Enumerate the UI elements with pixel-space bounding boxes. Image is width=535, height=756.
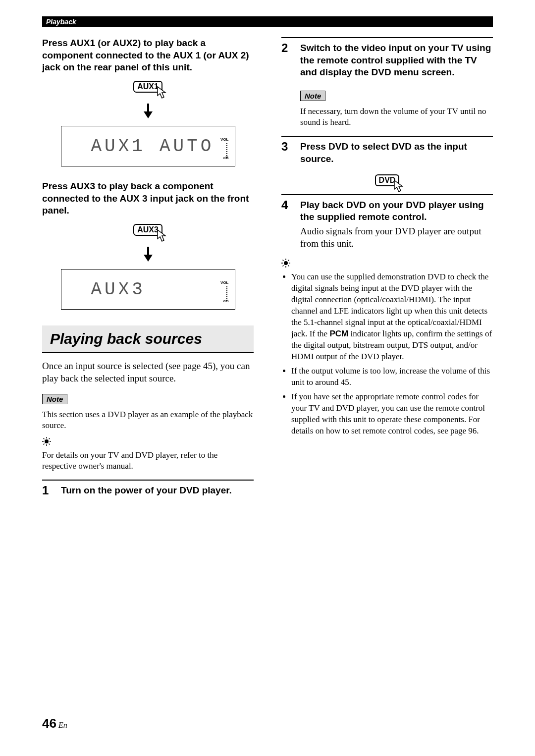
tip-item-1: You can use the supplied demonstration D…: [291, 271, 493, 363]
svg-line-15: [288, 266, 289, 267]
page-number: 46En: [42, 716, 67, 731]
step-4-subtext: Audio signals from your DVD player are o…: [300, 225, 493, 250]
aux1-diagram: AUX1 AUX1 AUTO VOL dB: [42, 81, 254, 166]
aux3-button-graphic: AUX3: [133, 224, 162, 236]
step-number: 2: [281, 42, 291, 54]
vol-label: VOL: [220, 137, 228, 142]
step-number: 4: [281, 199, 291, 211]
step-4-block: 4 Play back DVD on your DVD player using…: [281, 194, 493, 250]
tip-item-2: If the output volume is too low, increas…: [291, 366, 493, 388]
svg-point-0: [45, 439, 49, 443]
tip-1-pre: You can use the supplied demonstration D…: [291, 272, 488, 338]
section-heading: Playing back sources: [50, 330, 246, 347]
manual-page: Playback Press AUX1 (or AUX2) to play ba…: [0, 0, 535, 756]
step-4-text: Play back DVD on your DVD player using t…: [300, 199, 493, 223]
step-number: 3: [281, 141, 291, 153]
pcm-indicator-label: PCM: [329, 329, 348, 338]
display2-text-a: AUX3: [91, 279, 146, 300]
svg-line-6: [49, 443, 50, 444]
step-1-text: Turn on the power of your DVD player.: [61, 485, 232, 497]
step-number: 1: [42, 485, 52, 496]
tip-icon: [281, 259, 493, 270]
two-column-layout: Press AUX1 (or AUX2) to play back a comp…: [42, 37, 493, 506]
svg-line-16: [288, 260, 289, 261]
note-body: If necessary, turn down the volume of yo…: [300, 106, 493, 128]
front-panel-display-1: AUX1 AUTO VOL dB: [61, 126, 235, 166]
press-cursor-icon: [392, 179, 405, 194]
step-1-block: 1 Turn on the power of your DVD player.: [42, 480, 254, 497]
header-section-label: Playback: [42, 18, 76, 26]
aux1-instruction: Press AUX1 (or AUX2) to play back a comp…: [42, 37, 254, 74]
aux3-instruction: Press AUX3 to play back a component conn…: [42, 180, 254, 217]
section-heading-box: Playing back sources: [42, 325, 254, 353]
note-badge: Note: [300, 91, 325, 101]
tip-icon: [42, 437, 254, 448]
display1-text-a: AUX1: [91, 136, 146, 157]
left-column: Press AUX1 (or AUX2) to play back a comp…: [42, 37, 254, 506]
press-cursor-icon: [156, 229, 168, 244]
tip-item-3: If you have set the appropriate remote c…: [291, 391, 493, 437]
aux3-diagram: AUX3 AUX3 VOL dB: [42, 224, 254, 310]
svg-line-5: [44, 438, 45, 439]
tip-body: For details on your TV and DVD player, r…: [42, 450, 254, 472]
aux1-button-graphic: AUX1: [133, 81, 162, 93]
press-cursor-icon: [156, 86, 168, 101]
step-2-block: 2 Switch to the video input on your TV u…: [281, 37, 493, 79]
front-panel-display-2: AUX3 VOL dB: [61, 269, 235, 310]
note-body: This section uses a DVD player as an exa…: [42, 409, 254, 431]
right-column: 2 Switch to the video input on your TV u…: [281, 37, 493, 506]
vol-label: VOL: [220, 280, 228, 285]
step-3-block: 3 Press DVD to select DVD as the input s…: [281, 136, 493, 165]
svg-line-14: [283, 260, 284, 261]
svg-line-7: [49, 438, 50, 439]
dvd-button-diagram: DVD: [281, 174, 493, 186]
note-badge: Note: [42, 394, 67, 404]
svg-line-17: [283, 266, 284, 267]
vol-db-label: dB: [223, 156, 229, 160]
page-number-value: 46: [42, 716, 56, 731]
tips-list: You can use the supplied demonstration D…: [281, 271, 493, 436]
section-intro: Once an input source is selected (see pa…: [42, 360, 254, 384]
step-2-note: Note If necessary, turn down the volume …: [300, 88, 493, 128]
vol-db-label: dB: [223, 299, 229, 303]
step-2-text: Switch to the video input on your TV usi…: [300, 42, 493, 79]
header-bar: Playback: [42, 16, 493, 27]
step-3-text: Press DVD to select DVD as the input sou…: [300, 141, 493, 165]
svg-line-8: [44, 443, 45, 444]
down-arrow-icon: [144, 247, 153, 264]
page-language: En: [58, 721, 67, 729]
display1-text-b: AUTO: [160, 136, 214, 157]
down-arrow-icon: [144, 104, 153, 121]
svg-point-9: [284, 261, 288, 265]
